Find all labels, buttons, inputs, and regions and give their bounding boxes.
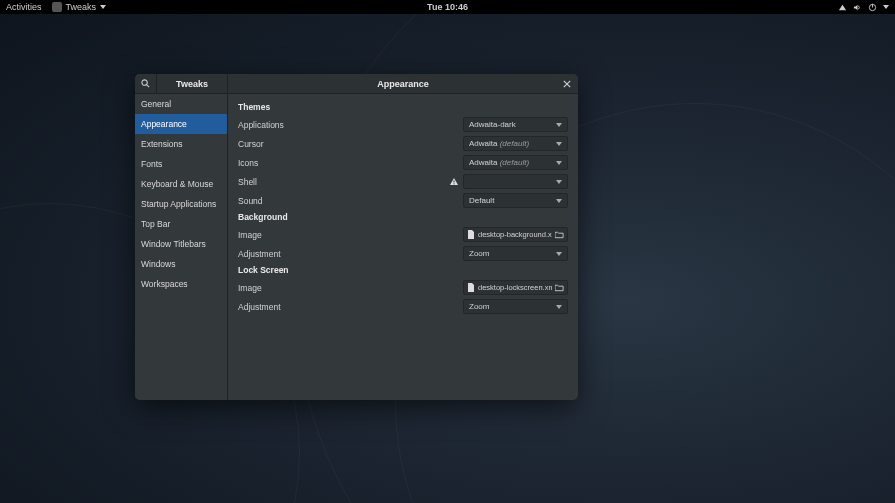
sound-value: Default [469, 196, 556, 205]
content-area: Themes Applications Adwaita-dark Cursor … [228, 94, 578, 400]
volume-icon [853, 3, 862, 12]
sidebar-item-windows[interactable]: Windows [135, 254, 227, 274]
chevron-down-icon [556, 142, 562, 146]
bg-image-chooser[interactable]: desktop-background.xml [463, 227, 568, 242]
sidebar-item-appearance[interactable]: Appearance [135, 114, 227, 134]
activities-button[interactable]: Activities [6, 2, 42, 12]
sidebar-item-general[interactable]: General [135, 94, 227, 114]
file-icon [467, 283, 475, 292]
sidebar-item-keyboard[interactable]: Keyboard & Mouse [135, 174, 227, 194]
shell-dropdown[interactable] [463, 174, 568, 189]
search-button[interactable] [135, 74, 157, 93]
chevron-down-icon [883, 5, 889, 9]
bg-image-label: Image [238, 230, 463, 240]
lockscreen-header: Lock Screen [238, 265, 568, 275]
icons-value: Adwaita (default) [469, 158, 556, 167]
sound-label: Sound [238, 196, 463, 206]
themes-header: Themes [238, 102, 568, 112]
page-title: Appearance [228, 79, 578, 89]
chevron-down-icon [556, 305, 562, 309]
ls-image-label: Image [238, 283, 463, 293]
chevron-down-icon [556, 180, 562, 184]
warning-icon [449, 177, 459, 187]
app-menu[interactable]: Tweaks [52, 2, 107, 12]
sidebar-item-titlebars[interactable]: Window Titlebars [135, 234, 227, 254]
ls-image-value: desktop-lockscreen.xml [478, 283, 552, 292]
ls-adjustment-label: Adjustment [238, 302, 463, 312]
background-header: Background [238, 212, 568, 222]
svg-point-2 [142, 80, 147, 85]
cursor-value: Adwaita (default) [469, 139, 556, 148]
sidebar-item-fonts[interactable]: Fonts [135, 154, 227, 174]
sound-dropdown[interactable]: Default [463, 193, 568, 208]
tweaks-window: Tweaks Appearance General Appearance Ext… [135, 74, 578, 400]
system-tray[interactable] [838, 3, 889, 12]
chevron-down-icon [556, 123, 562, 127]
icons-dropdown[interactable]: Adwaita (default) [463, 155, 568, 170]
app-icon [52, 2, 62, 12]
sidebar-title: Tweaks [157, 79, 227, 89]
top-bar: Activities Tweaks Tue 10:46 [0, 0, 895, 14]
open-folder-icon [555, 284, 564, 292]
bg-adjustment-dropdown[interactable]: Zoom [463, 246, 568, 261]
network-icon [838, 3, 847, 12]
close-button[interactable] [560, 77, 574, 91]
applications-value: Adwaita-dark [469, 120, 556, 129]
icons-label: Icons [238, 158, 463, 168]
sidebar-item-startup[interactable]: Startup Applications [135, 194, 227, 214]
ls-adjustment-dropdown[interactable]: Zoom [463, 299, 568, 314]
ls-image-chooser[interactable]: desktop-lockscreen.xml [463, 280, 568, 295]
svg-line-3 [147, 85, 150, 88]
ls-adjustment-value: Zoom [469, 302, 556, 311]
chevron-down-icon [556, 252, 562, 256]
applications-dropdown[interactable]: Adwaita-dark [463, 117, 568, 132]
shell-label: Shell [238, 177, 449, 187]
open-folder-icon [555, 231, 564, 239]
chevron-down-icon [556, 161, 562, 165]
sidebar-item-extensions[interactable]: Extensions [135, 134, 227, 154]
bg-adjustment-label: Adjustment [238, 249, 463, 259]
clock[interactable]: Tue 10:46 [427, 2, 468, 12]
file-icon [467, 230, 475, 239]
power-icon [868, 3, 877, 12]
close-icon [563, 80, 571, 88]
applications-label: Applications [238, 120, 463, 130]
sidebar-item-workspaces[interactable]: Workspaces [135, 274, 227, 294]
chevron-down-icon [100, 5, 106, 9]
app-menu-label: Tweaks [66, 2, 97, 12]
chevron-down-icon [556, 199, 562, 203]
cursor-label: Cursor [238, 139, 463, 149]
sidebar: General Appearance Extensions Fonts Keyb… [135, 94, 228, 400]
bg-image-value: desktop-background.xml [478, 230, 552, 239]
bg-adjustment-value: Zoom [469, 249, 556, 258]
cursor-dropdown[interactable]: Adwaita (default) [463, 136, 568, 151]
sidebar-item-topbar[interactable]: Top Bar [135, 214, 227, 234]
titlebar: Tweaks Appearance [135, 74, 578, 94]
svg-point-7 [453, 183, 454, 184]
search-icon [141, 79, 150, 88]
